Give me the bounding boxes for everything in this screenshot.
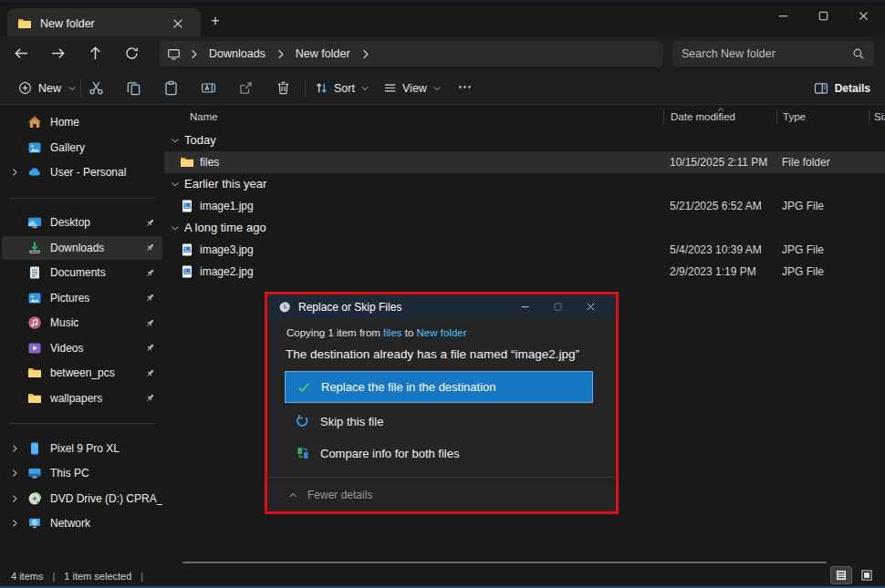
source-folder-link[interactable]: files [383, 327, 401, 338]
new-button[interactable]: New [13, 77, 82, 99]
share-icon [238, 80, 254, 96]
details-view-button[interactable] [830, 566, 852, 584]
compare-files-option[interactable]: Compare info for both files [285, 442, 470, 464]
breadcrumb-downloads[interactable]: Downloads [207, 47, 267, 60]
pin-icon [144, 342, 156, 354]
chevron-right-icon[interactable] [9, 167, 20, 178]
chevron-right-icon[interactable] [9, 443, 20, 454]
back-button[interactable] [11, 43, 33, 65]
cut-icon [88, 80, 104, 96]
pictures-icon [27, 291, 42, 305]
share-button[interactable] [235, 77, 257, 99]
rename-button[interactable] [198, 77, 220, 99]
details-pane-button[interactable]: Details [814, 77, 870, 99]
sidebar-item-documents[interactable]: Documents [2, 261, 162, 284]
image-icon [180, 242, 194, 257]
music-icon [27, 315, 42, 330]
desktop-icon [27, 215, 42, 230]
destination-folder-link[interactable]: New folder [417, 327, 467, 338]
skip-file-option[interactable]: Skip this file [285, 410, 394, 432]
horizontal-scrollbar[interactable] [182, 562, 827, 563]
paste-button[interactable] [161, 77, 182, 99]
chevron-right-icon [274, 47, 287, 61]
network-icon [27, 516, 42, 531]
sort-button[interactable]: Sort [315, 77, 370, 99]
view-button[interactable]: View [383, 77, 442, 99]
chevron-down-icon[interactable] [170, 135, 181, 146]
chevron-down-icon [432, 84, 442, 93]
close-icon [857, 9, 870, 23]
new-tab-button[interactable]: + [206, 12, 224, 30]
sort-label: Sort [334, 82, 355, 95]
chevron-right-icon[interactable] [9, 493, 20, 504]
refresh-button[interactable] [121, 43, 143, 65]
sidebar-item-network[interactable]: Network [2, 511, 162, 535]
command-bar: New Sort View Details [0, 71, 885, 105]
sidebar-item-dvd-drive-d-cpra-x64fre[interactable]: DVD Drive (D:) CPRA_X64FRE_ [2, 487, 162, 511]
sort-icon [315, 81, 328, 95]
search-input[interactable]: Search New folder [672, 41, 874, 67]
folder-icon [27, 391, 42, 406]
group-header-today[interactable]: Today [164, 129, 885, 151]
chevron-down-icon [68, 84, 77, 93]
cut-button[interactable] [86, 77, 108, 99]
forward-button[interactable] [47, 43, 69, 65]
column-header-size[interactable]: Size [874, 111, 885, 122]
tab-close-icon[interactable] [171, 16, 185, 31]
more-options-button[interactable] [454, 77, 476, 98]
chevron-down-icon[interactable] [170, 179, 181, 190]
replace-file-option[interactable]: Replace the file in the destination [285, 371, 593, 403]
sidebar-item-home[interactable]: Home [2, 110, 162, 134]
file-row-image1-jpg[interactable]: image1.jpg5/21/2025 6:52 AMJPG File [164, 195, 885, 217]
image-icon [180, 264, 194, 279]
gallery-icon [27, 140, 42, 155]
sidebar-item-user-personal[interactable]: User - Personal [2, 160, 162, 184]
chevron-right-icon[interactable] [9, 468, 20, 479]
sidebar-item-music[interactable]: Music [2, 311, 162, 335]
column-header-type[interactable]: Type [783, 111, 806, 122]
delete-button[interactable] [273, 77, 295, 99]
tab-title: New folder [40, 17, 171, 30]
image-icon [180, 199, 194, 213]
column-header-name[interactable]: Name [190, 111, 218, 122]
file-row-image3-jpg[interactable]: image3.jpg5/4/2023 10:39 AMJPG File [164, 239, 885, 261]
sidebar-item-this-pc[interactable]: This PC [2, 461, 162, 485]
pin-icon [144, 267, 156, 279]
sidebar-item-downloads[interactable]: Downloads [2, 236, 162, 260]
dialog-minimize-button[interactable] [510, 294, 543, 319]
explorer-tab[interactable]: New folder [7, 8, 201, 38]
sidebar-item-videos[interactable]: Videos [2, 336, 162, 360]
group-header-a-long-time-ago[interactable]: A long time ago [164, 217, 885, 239]
thumbnail-view-button[interactable] [856, 566, 878, 584]
sidebar-item-gallery[interactable]: Gallery [2, 136, 162, 160]
breadcrumb-new-folder[interactable]: New folder [294, 47, 352, 60]
chevron-right-icon[interactable] [9, 518, 20, 529]
maximize-button[interactable] [803, 2, 843, 29]
close-button[interactable] [843, 2, 883, 29]
sidebar-item-pixel-9-pro-xl[interactable]: Pixel 9 Pro XL [2, 437, 162, 460]
dialog-close-button[interactable] [576, 294, 609, 319]
item-count: 4 items [11, 571, 43, 582]
file-row-image2-jpg[interactable]: image2.jpg2/9/2023 1:19 PMJPG File [164, 261, 885, 283]
sidebar-item-wallpapers[interactable]: wallpapers [2, 387, 162, 410]
column-header-date-modified[interactable]: Date modified [671, 111, 735, 122]
sidebar-item-pictures[interactable]: Pictures [2, 286, 162, 310]
minimize-icon [776, 9, 790, 23]
up-button[interactable] [85, 43, 107, 65]
group-header-earlier-this-year[interactable]: Earlier this year [164, 173, 885, 195]
pin-icon [144, 317, 156, 329]
breadcrumb[interactable]: Downloads New folder [160, 41, 663, 67]
dialog-maximize-button[interactable] [543, 294, 576, 319]
dvd-icon [27, 491, 42, 506]
fewer-details-toggle[interactable]: Fewer details [267, 477, 616, 511]
file-row-files[interactable]: files10/15/2025 2:11 PMFile folder [164, 151, 885, 173]
this-pc-icon [167, 47, 181, 61]
chevron-down-icon[interactable] [170, 222, 181, 233]
forward-icon [50, 46, 66, 61]
maximize-icon [552, 301, 564, 313]
sidebar-item-between-pcs[interactable]: between_pcs [2, 361, 162, 385]
chevron-down-icon [360, 84, 370, 93]
copy-button[interactable] [123, 77, 145, 99]
minimize-button[interactable] [763, 2, 803, 29]
sidebar-item-desktop[interactable]: Desktop [2, 211, 162, 234]
